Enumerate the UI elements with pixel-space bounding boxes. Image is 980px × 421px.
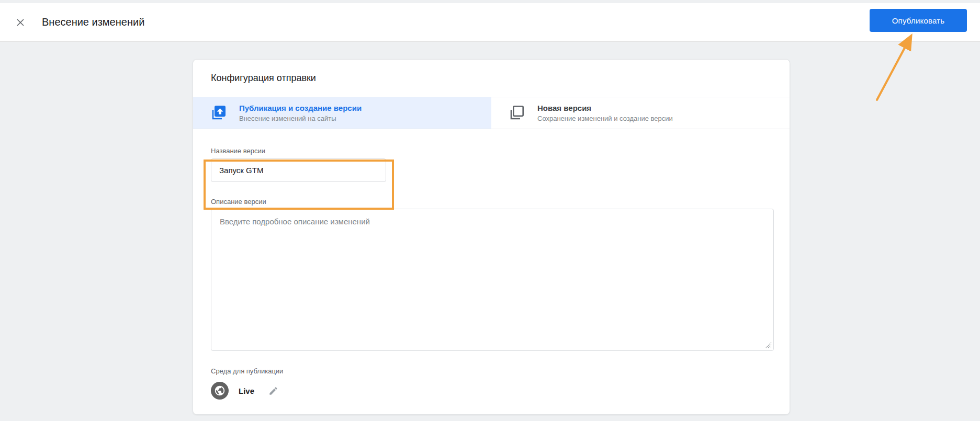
environment-label: Среда для публикации: [211, 367, 772, 375]
close-button[interactable]: [14, 16, 27, 29]
card-content: Название версии Описание версии Среда дл…: [193, 147, 790, 400]
tab-title: Публикация и создание версии: [239, 104, 362, 112]
top-bar: Внесение изменений Опубликовать: [0, 3, 980, 42]
environment-avatar: [211, 382, 229, 400]
tab-subtitle: Сохранение изменений и создание версии: [537, 115, 673, 122]
globe-icon: [214, 385, 226, 396]
version-name-input[interactable]: [211, 158, 386, 182]
tab-title: Новая версия: [537, 104, 673, 112]
annotation-arrow: [858, 30, 921, 105]
stacked-pages-icon: [507, 104, 526, 122]
card-title: Конфигурация отправки: [193, 60, 790, 97]
version-description-textarea[interactable]: [211, 209, 774, 351]
environment-row: Live: [211, 382, 772, 400]
publish-pages-icon: [209, 104, 228, 122]
close-icon: [15, 17, 26, 28]
tab-subtitle: Внесение изменений на сайты: [239, 115, 362, 122]
version-name-label: Название версии: [211, 147, 772, 155]
edit-environment-button[interactable]: [267, 384, 279, 397]
page-title: Внесение изменений: [42, 16, 144, 28]
pencil-icon: [268, 386, 278, 396]
version-description-label: Описание версии: [211, 198, 772, 206]
tab-new-version[interactable]: Новая версия Сохранение изменений и созд…: [491, 97, 790, 129]
publish-button[interactable]: Опубликовать: [870, 9, 967, 32]
submit-mode-tabs: Публикация и создание версии Внесение из…: [193, 97, 790, 129]
environment-name: Live: [239, 386, 254, 395]
submit-configuration-card: Конфигурация отправки Публикация и созда…: [193, 59, 790, 415]
tab-publish-and-create-version[interactable]: Публикация и создание версии Внесение из…: [193, 97, 491, 129]
version-description-wrap: [211, 209, 774, 351]
